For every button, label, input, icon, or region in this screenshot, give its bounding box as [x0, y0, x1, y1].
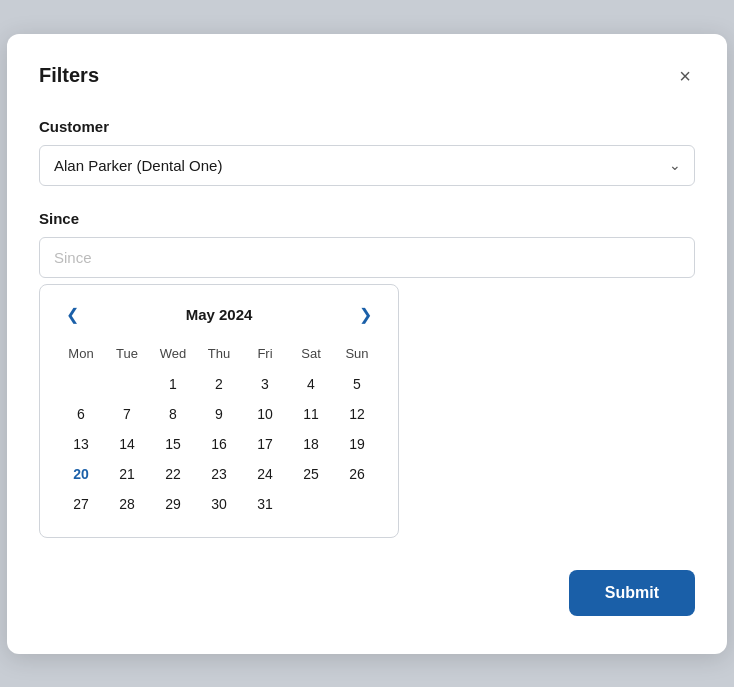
calendar-day[interactable]: 22	[150, 459, 196, 489]
calendar-week-row: 2728293031	[58, 489, 380, 519]
bottom-row: Submit	[39, 570, 695, 616]
calendar: ❮ May 2024 ❯ MonTueWedThuFriSatSun 12345…	[39, 284, 399, 538]
customer-select[interactable]: Alan Parker (Dental One)	[39, 145, 695, 186]
calendar-weekday: Sun	[334, 342, 380, 369]
calendar-day[interactable]: 30	[196, 489, 242, 519]
calendar-empty-day	[288, 489, 334, 519]
since-input[interactable]	[39, 237, 695, 278]
calendar-next-button[interactable]: ❯	[351, 301, 380, 328]
calendar-day[interactable]: 24	[242, 459, 288, 489]
calendar-week-row: 6789101112	[58, 399, 380, 429]
calendar-day[interactable]: 1	[150, 369, 196, 399]
calendar-header: ❮ May 2024 ❯	[58, 301, 380, 328]
customer-label: Customer	[39, 118, 695, 135]
calendar-week-row: 12345	[58, 369, 380, 399]
close-button[interactable]: ×	[675, 62, 695, 90]
calendar-day[interactable]: 21	[104, 459, 150, 489]
calendar-day[interactable]: 26	[334, 459, 380, 489]
calendar-month-title: May 2024	[186, 306, 253, 323]
calendar-day[interactable]: 15	[150, 429, 196, 459]
calendar-week-row: 20212223242526	[58, 459, 380, 489]
calendar-weekday: Wed	[150, 342, 196, 369]
calendar-day[interactable]: 14	[104, 429, 150, 459]
customer-select-wrapper: Alan Parker (Dental One) ⌄	[39, 145, 695, 186]
calendar-day[interactable]: 7	[104, 399, 150, 429]
calendar-day[interactable]: 11	[288, 399, 334, 429]
calendar-day[interactable]: 9	[196, 399, 242, 429]
calendar-day[interactable]: 23	[196, 459, 242, 489]
calendar-day[interactable]: 19	[334, 429, 380, 459]
calendar-day[interactable]: 16	[196, 429, 242, 459]
calendar-weekdays: MonTueWedThuFriSatSun	[58, 342, 380, 369]
modal-header: Filters ×	[39, 62, 695, 90]
calendar-day[interactable]: 27	[58, 489, 104, 519]
since-section: Since ❮ May 2024 ❯ MonTueWedThuFriSatSun…	[39, 210, 695, 538]
calendar-empty-day	[104, 369, 150, 399]
calendar-day[interactable]: 17	[242, 429, 288, 459]
calendar-day[interactable]: 3	[242, 369, 288, 399]
calendar-day[interactable]: 10	[242, 399, 288, 429]
calendar-weekday: Fri	[242, 342, 288, 369]
calendar-day[interactable]: 8	[150, 399, 196, 429]
calendar-week-row: 13141516171819	[58, 429, 380, 459]
calendar-empty-day	[58, 369, 104, 399]
calendar-weekday: Tue	[104, 342, 150, 369]
calendar-weekday: Thu	[196, 342, 242, 369]
calendar-body: 1234567891011121314151617181920212223242…	[58, 369, 380, 519]
calendar-day[interactable]: 4	[288, 369, 334, 399]
calendar-day[interactable]: 2	[196, 369, 242, 399]
filters-modal: Filters × Customer Alan Parker (Dental O…	[7, 34, 727, 654]
calendar-prev-button[interactable]: ❮	[58, 301, 87, 328]
customer-section: Customer Alan Parker (Dental One) ⌄	[39, 118, 695, 186]
calendar-day[interactable]: 31	[242, 489, 288, 519]
calendar-weekday: Mon	[58, 342, 104, 369]
submit-button[interactable]: Submit	[569, 570, 695, 616]
calendar-day[interactable]: 28	[104, 489, 150, 519]
calendar-day[interactable]: 20	[58, 459, 104, 489]
calendar-day[interactable]: 18	[288, 429, 334, 459]
calendar-grid: MonTueWedThuFriSatSun 123456789101112131…	[58, 342, 380, 519]
calendar-day[interactable]: 13	[58, 429, 104, 459]
modal-title: Filters	[39, 64, 99, 87]
calendar-day[interactable]: 29	[150, 489, 196, 519]
calendar-day[interactable]: 25	[288, 459, 334, 489]
calendar-weekday: Sat	[288, 342, 334, 369]
calendar-empty-day	[334, 489, 380, 519]
calendar-day[interactable]: 6	[58, 399, 104, 429]
since-label: Since	[39, 210, 695, 227]
calendar-day[interactable]: 12	[334, 399, 380, 429]
calendar-day[interactable]: 5	[334, 369, 380, 399]
